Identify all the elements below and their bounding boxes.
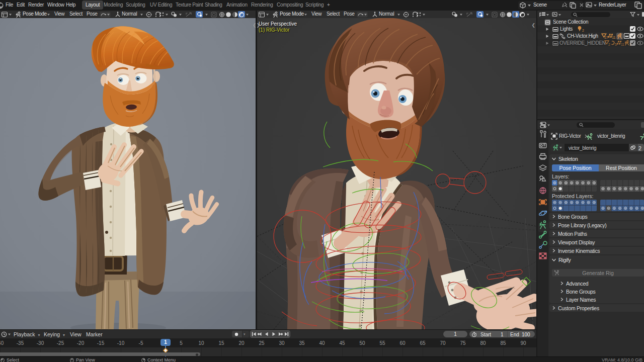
svg-text:11: 11 [612, 35, 615, 40]
svg-text:2: 2 [608, 43, 610, 46]
svg-text:17: 17 [604, 35, 608, 40]
svg-text:5: 5 [615, 43, 617, 46]
svg-text:victor_blenrig: victor_blenrig [597, 133, 625, 139]
svg-text:RIG-Victor: RIG-Victor [559, 133, 581, 139]
svg-text:11: 11 [621, 43, 624, 46]
svg-text:2: 2 [582, 29, 584, 32]
